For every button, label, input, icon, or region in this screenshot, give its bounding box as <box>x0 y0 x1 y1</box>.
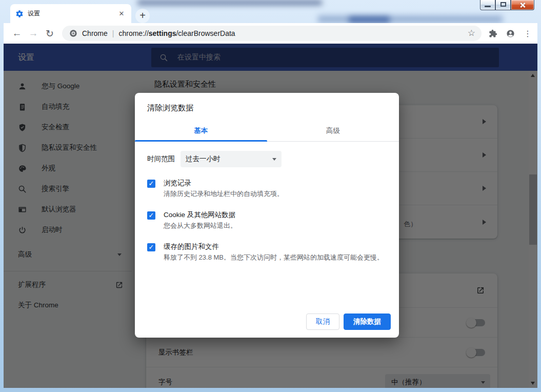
dialog-body: 时间范围 过去一小时 ✓ 浏览记录 清除历史记录和地址栏中的自动填充项。 ✓ C… <box>135 151 399 263</box>
minimize-icon <box>485 6 491 7</box>
url-separator: | <box>112 29 114 37</box>
browser-toolbar: ← → ↻ Chrome | chrome://settings/clearBr… <box>4 23 537 44</box>
url-text: chrome://settings/clearBrowserData <box>118 29 235 37</box>
time-range-select[interactable]: 过去一小时 <box>181 151 282 167</box>
tab-close-button[interactable]: ✕ <box>117 9 126 18</box>
tab-basic[interactable]: 基本 <box>135 122 267 141</box>
close-icon <box>519 2 526 8</box>
browser-tab-settings[interactable]: 设置 ✕ <box>10 4 131 23</box>
time-range-row: 时间范围 过去一小时 <box>147 151 387 167</box>
tab-advanced[interactable]: 高级 <box>267 122 399 141</box>
address-bar[interactable]: Chrome | chrome://settings/clearBrowserD… <box>62 26 482 41</box>
checkbox-description: 释放了不到 23.8 MB。当您下次访问时，某些网站的加载速度可能会更慢。 <box>164 252 384 263</box>
toolbar-right-icons: ⋮ <box>489 29 532 38</box>
profile-avatar-icon[interactable] <box>506 29 515 38</box>
reload-icon[interactable]: ↻ <box>42 28 58 40</box>
new-tab-button[interactable]: + <box>135 9 150 23</box>
url-scheme: chrome:// <box>118 29 148 37</box>
cancel-button[interactable]: 取消 <box>306 313 339 330</box>
chrome-logo-icon <box>69 29 77 37</box>
gear-icon <box>15 10 24 18</box>
site-label: Chrome <box>82 29 108 37</box>
browser-menu-icon[interactable]: ⋮ <box>524 29 532 38</box>
checkbox-label: 浏览记录 <box>164 178 284 188</box>
maximize-button[interactable] <box>495 0 511 10</box>
aero-glass-reflection <box>137 0 322 5</box>
checkbox-label: 缓存的图片和文件 <box>164 242 384 251</box>
browsing-history-row: ✓ 浏览记录 清除历史记录和地址栏中的自动填充项。 <box>147 178 387 199</box>
url-host: settings <box>149 29 176 37</box>
minimize-button[interactable] <box>480 0 495 10</box>
checkbox-checked[interactable]: ✓ <box>147 243 155 251</box>
extensions-puzzle-icon[interactable] <box>489 29 497 38</box>
aero-glass-reflection <box>349 16 390 23</box>
dialog-actions: 取消 清除数据 <box>306 313 391 330</box>
browser-window: 设置 ✕ + ← → ↻ Chrome | chrome://settings/… <box>0 0 541 392</box>
bookmark-star-icon[interactable]: ☆ <box>468 28 475 38</box>
checkbox-label: Cookie 及其他网站数据 <box>164 210 237 220</box>
chevron-down-icon <box>272 158 276 161</box>
tab-title: 设置 <box>28 9 117 18</box>
cookies-row: ✓ Cookie 及其他网站数据 您会从大多数网站退出。 <box>147 210 387 231</box>
checkbox-checked[interactable]: ✓ <box>147 211 155 220</box>
time-range-label: 时间范围 <box>147 154 176 164</box>
checkbox-description: 您会从大多数网站退出。 <box>164 221 237 231</box>
clear-browsing-data-dialog: 清除浏览数据 基本 高级 时间范围 过去一小时 ✓ 浏览记录 清除历史记录和地址… <box>135 93 399 338</box>
back-icon[interactable]: ← <box>9 28 25 39</box>
maximize-icon <box>500 2 506 7</box>
clear-data-button[interactable]: 清除数据 <box>344 313 391 330</box>
window-controls <box>480 0 534 10</box>
dialog-title: 清除浏览数据 <box>135 93 399 113</box>
dialog-tabs: 基本 高级 <box>135 122 399 142</box>
window-close-button[interactable] <box>511 0 534 10</box>
cached-files-row: ✓ 缓存的图片和文件 释放了不到 23.8 MB。当您下次访问时，某些网站的加载… <box>147 242 387 263</box>
checkbox-checked[interactable]: ✓ <box>147 180 155 188</box>
aero-glass-reflection <box>318 15 503 23</box>
forward-icon[interactable]: → <box>25 28 42 39</box>
time-range-value: 过去一小时 <box>186 155 221 163</box>
checkbox-description: 清除历史记录和地址栏中的自动填充项。 <box>164 189 284 199</box>
url-path: /clearBrowserData <box>176 29 235 37</box>
